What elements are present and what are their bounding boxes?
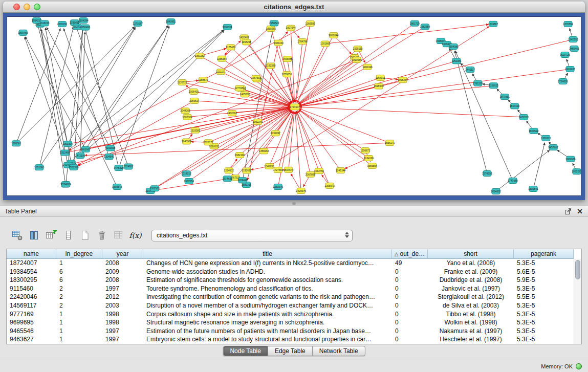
graph-node[interactable]: 1724628 bbox=[558, 79, 568, 84]
delete-button[interactable] bbox=[95, 229, 108, 243]
graph-node[interactable]: 1475328 bbox=[114, 165, 124, 171]
graph-node[interactable]: 1840951 bbox=[166, 19, 176, 25]
import-table-button[interactable] bbox=[44, 229, 58, 243]
graph-node[interactable]: 1643980 bbox=[182, 139, 192, 144]
graph-node[interactable]: 1005281 bbox=[572, 169, 581, 174]
graph-node[interactable]: 2192611 bbox=[242, 168, 251, 173]
graph-node[interactable]: 1690543 bbox=[112, 184, 122, 190]
graph-node[interactable]: 2382688 bbox=[420, 24, 430, 30]
scrollbar-thumb[interactable] bbox=[575, 260, 580, 279]
table-row[interactable]: 1872400712008Changes of HCN gene express… bbox=[7, 259, 574, 268]
graph-node[interactable]: 1265582 bbox=[305, 20, 315, 26]
graph-node[interactable]: 2270156 bbox=[57, 21, 68, 27]
graph-node[interactable]: 9392701 bbox=[223, 24, 233, 30]
graph-node[interactable]: 1135722 bbox=[178, 79, 187, 85]
graph-node[interactable]: 1609522 bbox=[529, 128, 539, 134]
graph-node[interactable]: 2231075 bbox=[273, 184, 283, 190]
function-builder-button[interactable]: f(x) bbox=[128, 229, 142, 243]
graph-node[interactable]: 9882044 bbox=[329, 32, 339, 38]
table-row[interactable]: 969969511998Structural magnetic resonanc… bbox=[7, 318, 574, 327]
graph-node[interactable]: 1784786 bbox=[297, 39, 308, 45]
graph-node[interactable]: 1330841 bbox=[528, 186, 538, 192]
column-header-short[interactable]: short bbox=[428, 249, 514, 259]
graph-node[interactable]: 2104284 bbox=[78, 18, 89, 24]
memory-ok-indicator[interactable] bbox=[576, 363, 582, 369]
graph-node[interactable]: 1395973 bbox=[324, 183, 335, 188]
tab-edge-table[interactable]: Edge Table bbox=[268, 346, 313, 356]
graph-node[interactable]: 2124922 bbox=[123, 164, 134, 169]
graph-node[interactable]: 1251381 bbox=[451, 58, 462, 64]
row-selector-button[interactable] bbox=[61, 229, 75, 243]
graph-node[interactable]: 2429975 bbox=[296, 188, 306, 193]
graph-node[interactable]: 1551529 bbox=[69, 164, 79, 170]
graph-node[interactable]: 1333581 bbox=[190, 127, 201, 133]
table-vertical-scrollbar[interactable] bbox=[574, 259, 581, 344]
table-row[interactable]: 1456911722003Disruption of a novel membe… bbox=[7, 301, 574, 310]
graph-node[interactable]: 1277081 bbox=[234, 85, 245, 91]
graph-node[interactable]: 1048833 bbox=[264, 163, 274, 169]
column-header-name[interactable]: name bbox=[7, 249, 56, 259]
column-header-in-degree[interactable]: in_degree bbox=[56, 249, 102, 259]
graph-node[interactable]: 2059517 bbox=[189, 98, 200, 103]
graph-node[interactable]: 2484160 bbox=[273, 40, 284, 46]
graph-node[interactable]: 1062750 bbox=[314, 168, 324, 174]
graph-node[interactable]: 2274555 bbox=[482, 171, 492, 177]
graph-node[interactable]: 1493085 bbox=[282, 56, 293, 62]
close-panel-icon[interactable]: ✕ bbox=[577, 207, 583, 215]
new-document-button[interactable] bbox=[78, 229, 92, 243]
graph-node[interactable]: 1810265 bbox=[266, 26, 276, 31]
graph-node[interactable]: 1781528 bbox=[473, 80, 483, 86]
graph-node[interactable]: 1330113 bbox=[541, 135, 551, 141]
float-panel-icon[interactable] bbox=[564, 208, 572, 215]
graph-node[interactable]: 1472106 bbox=[75, 153, 85, 159]
graph-node[interactable]: 1175433 bbox=[226, 45, 235, 50]
graph-node[interactable]: 1698570 bbox=[374, 83, 384, 89]
graph-node[interactable]: 2371687 bbox=[133, 20, 143, 26]
graph-node[interactable]: 1087254 bbox=[184, 179, 194, 184]
graph-node[interactable]: 1224832 bbox=[224, 168, 234, 173]
graph-node[interactable]: 9776858 bbox=[282, 72, 292, 77]
network-table-selector[interactable]: citations_edges.txt bbox=[151, 230, 353, 242]
table-row[interactable]: 911546021997Tourette syndrome. Phenomeno… bbox=[7, 285, 574, 293]
graph-node[interactable]: 1098264 bbox=[398, 77, 408, 83]
graph-node[interactable]: 1914631 bbox=[223, 176, 233, 182]
graph-node[interactable]: 2339025 bbox=[489, 83, 499, 89]
graph-node[interactable]: 1154311 bbox=[376, 75, 385, 80]
graph-node[interactable]: 2267633 bbox=[251, 75, 261, 81]
graph-node[interactable]: 2303563 bbox=[149, 186, 160, 191]
graph-node[interactable]: 2325115 bbox=[353, 46, 362, 52]
tab-node-table[interactable]: Node Table bbox=[223, 346, 268, 356]
graph-node[interactable]: 1465578 bbox=[240, 92, 250, 97]
graph-node[interactable]: 2367899 bbox=[306, 171, 316, 177]
graph-node[interactable]: 1018012 bbox=[181, 171, 191, 177]
network-canvas[interactable]: 1724007185617112068721565554116419912453… bbox=[7, 16, 581, 196]
graph-node[interactable]: 2159097 bbox=[271, 130, 281, 136]
window-titlebar[interactable]: citations_edges.txt bbox=[3, 2, 585, 13]
graph-node[interactable]: 1356964 bbox=[259, 148, 269, 154]
graph-node[interactable]: 1674867 bbox=[488, 21, 498, 27]
graph-node[interactable]: 2158522 bbox=[269, 20, 279, 26]
graph-node[interactable]: 1809466 bbox=[18, 30, 28, 35]
graph-node[interactable]: 2334809 bbox=[61, 182, 71, 187]
graph-node[interactable]: 1747669 bbox=[508, 178, 518, 184]
graph-node[interactable]: 1376554 bbox=[563, 21, 573, 27]
graph-node[interactable]: 1604674 bbox=[284, 167, 294, 172]
graph-node[interactable]: 1269498 bbox=[237, 178, 248, 183]
graph-node[interactable]: 1890955 bbox=[352, 57, 362, 63]
graph-node[interactable]: 1654083 bbox=[448, 44, 459, 50]
graph-node[interactable]: 1629725 bbox=[560, 52, 570, 58]
graph-node[interactable]: 1877831 bbox=[499, 94, 510, 100]
graph-node[interactable]: 9192998 bbox=[105, 145, 116, 151]
graph-node[interactable]: 1861729 bbox=[410, 20, 420, 26]
tab-network-table[interactable]: Network Table bbox=[313, 346, 365, 356]
close-button[interactable] bbox=[13, 4, 20, 10]
graph-node[interactable]: 2006433 bbox=[189, 89, 199, 95]
graph-node[interactable]: 1245344 bbox=[336, 168, 346, 173]
table-row[interactable]: 946362711997Embryonic stem cells: a mode… bbox=[7, 335, 574, 344]
graph-node[interactable]: 2022177 bbox=[203, 140, 213, 145]
graph-node[interactable]: 1882666 bbox=[565, 156, 576, 162]
graph-node[interactable]: 1288572 bbox=[198, 77, 208, 83]
graph-node[interactable]: 1318153 bbox=[39, 20, 50, 26]
table-row[interactable]: 1938455462009Genome-wide association stu… bbox=[7, 268, 574, 276]
graph-node[interactable]: 2211171 bbox=[216, 69, 226, 75]
